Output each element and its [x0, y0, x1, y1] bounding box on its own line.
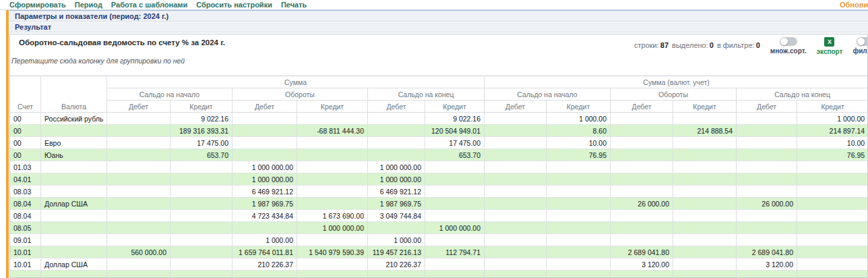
column-header-credit[interactable]: Кредит [673, 101, 737, 113]
column-header-currency[interactable]: Валюта [41, 76, 107, 113]
refresh-link[interactable]: Обновить [840, 1, 868, 9]
cell-begin-credit: 653.70 [170, 149, 232, 161]
menu-item-reset-settings[interactable]: Сбросить настройки [196, 1, 272, 9]
cell-account: 00 [10, 149, 41, 161]
cell-cur-begin-debit [485, 173, 547, 186]
cell-begin-debit: 560 000.00 [107, 246, 170, 258]
grid-status: строки:87 выделено:0 в фильтре:0 [634, 41, 760, 49]
cell-currency [41, 234, 107, 246]
filter-toggle[interactable] [857, 37, 868, 46]
cell-begin-debit [107, 137, 170, 149]
export-label: экспорт [816, 48, 842, 55]
cell-cur-end-debit [737, 149, 797, 161]
table-row[interactable]: 08.044 723 434.841 673 690.003 049 744.8… [10, 210, 868, 222]
cell-cur-end-credit [797, 271, 868, 278]
section-header-parameters[interactable]: Параметры и показатели (период: 2024 г.) [9, 10, 868, 22]
menu-item-period[interactable]: Период [75, 1, 102, 9]
cell-cur-begin-debit [485, 125, 547, 137]
cell-turnover-debit: 1 000 000.00 [232, 161, 297, 173]
table-row[interactable]: 00Юань653.70653.7076.9576.95 [10, 149, 868, 161]
menu-item-generate[interactable]: Сформировать [9, 1, 66, 9]
cell-currency [41, 173, 107, 186]
cell-cur-turnover-credit [673, 222, 737, 234]
table-row[interactable]: 08.051 000 000.001 000 000.00 [10, 222, 868, 234]
cell-cur-turnover-credit [673, 186, 737, 198]
column-header-debit[interactable]: Дебет [107, 101, 170, 113]
section-header-result[interactable]: Результат [9, 22, 868, 32]
column-header-debit[interactable]: Дебет [737, 101, 797, 113]
cell-cur-end-debit: 3 120.00 [737, 258, 797, 271]
cell-cur-begin-credit [547, 198, 611, 210]
multisort-toggle[interactable] [780, 37, 797, 46]
column-header-credit[interactable]: Кредит [170, 101, 232, 113]
cell-end-debit [368, 271, 425, 278]
table-row[interactable]: 08.036 469 921.126 469 921.12 [10, 186, 868, 198]
cell-cur-turnover-debit [611, 222, 673, 234]
cell-cur-turnover-credit [673, 234, 737, 246]
cell-turnover-credit [297, 271, 368, 278]
cell-cur-begin-debit [485, 186, 547, 198]
menu-item-print[interactable]: Печать [281, 1, 307, 9]
cell-end-credit: 112 794.71 [425, 246, 485, 258]
column-header-debit[interactable]: Дебет [611, 101, 673, 113]
cell-cur-turnover-debit: 2 689 041.80 [611, 246, 673, 258]
cell-turnover-debit [232, 113, 297, 125]
cell-cur-end-credit [797, 258, 868, 271]
cell-begin-debit [107, 258, 170, 271]
table-row[interactable] [10, 271, 868, 278]
cell-cur-begin-debit [485, 210, 547, 222]
cell-end-credit: 120 504 949.01 [425, 125, 485, 137]
column-header-credit[interactable]: Кредит [297, 101, 368, 113]
cell-cur-end-credit [797, 198, 868, 210]
cell-end-credit: 653.70 [425, 149, 485, 161]
cell-cur-end-credit [797, 210, 868, 222]
table-row[interactable]: 10.01560 000.001 659 764 011.811 540 979… [10, 246, 868, 258]
cell-begin-debit [107, 271, 170, 278]
multisort-control: множ.сорт. [770, 37, 807, 55]
cell-currency: Доллар США [41, 258, 107, 271]
cell-cur-begin-debit [485, 258, 547, 271]
cell-turnover-credit: -68 811 444.30 [297, 125, 368, 137]
balance-sheet-grid: Счет Валюта Сумма Сумма (валют. учет) Са… [9, 76, 868, 278]
cell-cur-end-credit [797, 173, 868, 186]
filter-label: фильтр [852, 47, 868, 55]
cell-turnover-debit: 210 226.37 [232, 258, 297, 271]
cell-end-debit: 1 000.00 [368, 234, 425, 246]
column-header-credit[interactable]: Кредит [797, 101, 868, 113]
table-row[interactable]: 01.031 000 000.001 000 000.00 [10, 161, 868, 173]
group-by-drop-zone[interactable]: Перетащите сюда колонку для группировки … [11, 57, 185, 65]
cell-turnover-credit [297, 161, 368, 173]
result-panel: Оборотно-сальдовая ведомость по счету % … [9, 34, 868, 278]
column-header-credit[interactable]: Кредит [425, 101, 485, 113]
table-row[interactable]: 10.01Доллар США210 226.37210 226.373 120… [10, 258, 868, 271]
cell-turnover-debit: 1 659 764 011.81 [232, 246, 297, 258]
cell-cur-end-debit [737, 113, 797, 125]
cell-cur-begin-debit [485, 113, 547, 125]
column-header-debit[interactable]: Дебет [232, 101, 297, 113]
column-header-account[interactable]: Счет [10, 76, 41, 113]
filter-control: фильтр [852, 37, 868, 55]
cell-begin-debit [107, 161, 170, 173]
column-header-credit[interactable]: Кредит [547, 101, 611, 113]
accent-stripe [6, 10, 9, 278]
cell-turnover-credit [297, 149, 368, 161]
cell-cur-turnover-debit [611, 210, 673, 222]
table-row[interactable]: 00Евро17 475.0017 475.0010.0010.00 [10, 137, 868, 149]
group-header-sum-currency: Сумма (валют. учет) [485, 76, 868, 88]
cell-turnover-credit: 1 673 690.00 [297, 210, 368, 222]
table-row[interactable]: 09.011 000.001 000.00 [10, 234, 868, 246]
table-row[interactable]: 00Российский рубль9 022.169 022.161 000.… [10, 113, 868, 125]
menu-item-templates[interactable]: Работа с шаблонами [111, 1, 187, 9]
cell-turnover-credit [297, 173, 368, 186]
column-header-debit[interactable]: Дебет [368, 101, 425, 113]
table-row[interactable]: 08.04Доллар США1 987 969.751 987 969.752… [10, 198, 868, 210]
excel-export-icon[interactable]: X [824, 37, 834, 47]
cell-cur-begin-debit [485, 271, 547, 278]
subgroup-begin-balance: Сальдо на начало [485, 88, 611, 101]
table-row[interactable]: 04.011 000 000.001 000 000.00 [10, 173, 868, 186]
column-header-debit[interactable]: Дебет [485, 101, 547, 113]
cell-cur-begin-credit [547, 234, 611, 246]
cell-cur-end-debit [737, 161, 797, 173]
cell-cur-turnover-credit [673, 173, 737, 186]
table-row[interactable]: 00189 316 393.31-68 811 444.30120 504 94… [10, 125, 868, 137]
